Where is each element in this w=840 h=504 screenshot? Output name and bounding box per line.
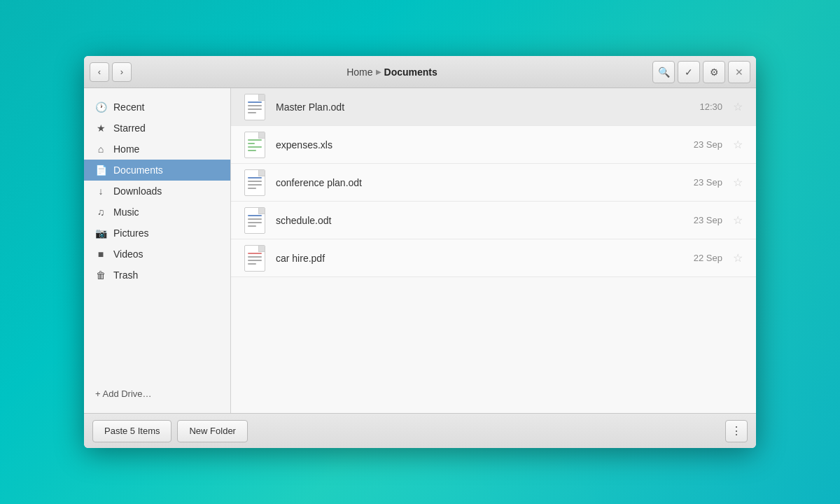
sidebar-item-music[interactable]: ♫ Music [84,202,230,223]
sidebar-label-videos: Videos [113,248,144,260]
xls-icon [244,132,265,158]
videos-icon: ■ [95,248,106,260]
table-row[interactable]: Master Plan.odt 12:30 ☆ [231,88,756,126]
sidebar-item-starred[interactable]: ★ Starred [84,118,230,139]
file-manager-window: ‹ › Home ▶ Documents 🔍 ✓ ⚙ ✕ 🕐 Recent ★ … [84,56,756,448]
sidebar-label-documents: Documents [113,164,163,176]
breadcrumb: Home ▶ Documents [134,66,650,78]
breadcrumb-current: Documents [384,66,438,78]
file-name: Master Plan.odt [276,102,699,113]
file-date: 23 Sep [694,139,722,150]
breadcrumb-parent[interactable]: Home [346,66,372,78]
sidebar-item-downloads[interactable]: ↓ Downloads [84,181,230,202]
file-date: 23 Sep [694,215,722,225]
recent-icon: 🕐 [95,102,106,113]
sidebar-label-trash: Trash [113,270,138,281]
sidebar-item-recent[interactable]: 🕐 Recent [84,97,230,118]
titlebar: ‹ › Home ▶ Documents 🔍 ✓ ⚙ ✕ [84,56,756,88]
sidebar-label-starred: Starred [113,122,146,134]
sidebar: 🕐 Recent ★ Starred ⌂ Home 📄 Documents ↓ … [84,88,231,413]
sidebar-label-music: Music [113,206,139,218]
table-row[interactable]: expenses.xls 23 Sep ☆ [231,126,756,164]
sidebar-label-pictures: Pictures [113,227,149,239]
close-button[interactable]: ✕ [728,61,750,83]
trash-icon: 🗑 [95,270,106,281]
file-name: car hire.pdf [276,253,694,264]
add-drive-label: + Add Drive… [95,388,152,399]
star-button[interactable]: ☆ [731,176,745,190]
sidebar-label-recent: Recent [113,102,144,113]
pictures-icon: 📷 [95,227,106,239]
sidebar-item-home[interactable]: ⌂ Home [84,139,230,160]
file-list: Master Plan.odt 12:30 ☆ [231,88,756,413]
sidebar-label-home: Home [113,144,139,155]
odt-icon [244,94,265,120]
pdf-icon [244,245,265,272]
sidebar-item-pictures[interactable]: 📷 Pictures [84,223,230,244]
sidebar-item-videos[interactable]: ■ Videos [84,244,230,265]
file-items: Master Plan.odt 12:30 ☆ [231,88,756,413]
table-row[interactable]: conference plan.odt 23 Sep ☆ [231,164,756,202]
music-icon: ♫ [95,206,106,218]
file-name: schedule.odt [276,215,694,226]
add-drive-button[interactable]: + Add Drive… [84,383,230,405]
check-button[interactable]: ✓ [678,61,700,83]
back-button[interactable]: ‹ [90,62,109,82]
search-button[interactable]: 🔍 [652,61,675,83]
file-date: 12:30 [699,102,722,112]
file-thumbnail [242,244,267,272]
table-row[interactable]: car hire.pdf 22 Sep ☆ [231,239,756,277]
file-date: 22 Sep [694,253,722,263]
odt-icon [244,169,265,196]
paste-items-button[interactable]: Paste 5 Items [92,420,172,442]
main-area: 🕐 Recent ★ Starred ⌂ Home 📄 Documents ↓ … [84,88,756,413]
sidebar-item-documents[interactable]: 📄 Documents [84,160,230,181]
toolbar-right: 🔍 ✓ ⚙ ✕ [652,61,750,83]
file-name: conference plan.odt [276,177,694,188]
star-button[interactable]: ☆ [731,251,745,265]
new-folder-button[interactable]: New Folder [177,420,247,442]
file-thumbnail [242,206,267,234]
star-button[interactable]: ☆ [731,214,745,227]
file-thumbnail [242,93,267,121]
file-thumbnail [242,169,267,197]
sidebar-item-trash[interactable]: 🗑 Trash [84,265,230,286]
bottom-bar: Paste 5 Items New Folder ⋮ [84,413,756,448]
documents-icon: 📄 [95,164,106,176]
home-icon: ⌂ [95,144,106,155]
starred-icon: ★ [95,122,106,134]
odt-icon [244,207,265,234]
file-date: 23 Sep [694,177,722,188]
table-row[interactable]: schedule.odt 23 Sep ☆ [231,202,756,239]
breadcrumb-separator: ▶ [376,68,382,76]
star-button[interactable]: ☆ [731,100,745,114]
forward-button[interactable]: › [112,62,132,82]
file-thumbnail [242,131,267,159]
star-button[interactable]: ☆ [731,138,745,152]
more-options-button[interactable]: ⋮ [725,420,748,442]
downloads-icon: ↓ [95,186,106,197]
sidebar-label-downloads: Downloads [113,186,162,197]
file-name: expenses.xls [276,139,694,150]
settings-button[interactable]: ⚙ [703,61,725,83]
